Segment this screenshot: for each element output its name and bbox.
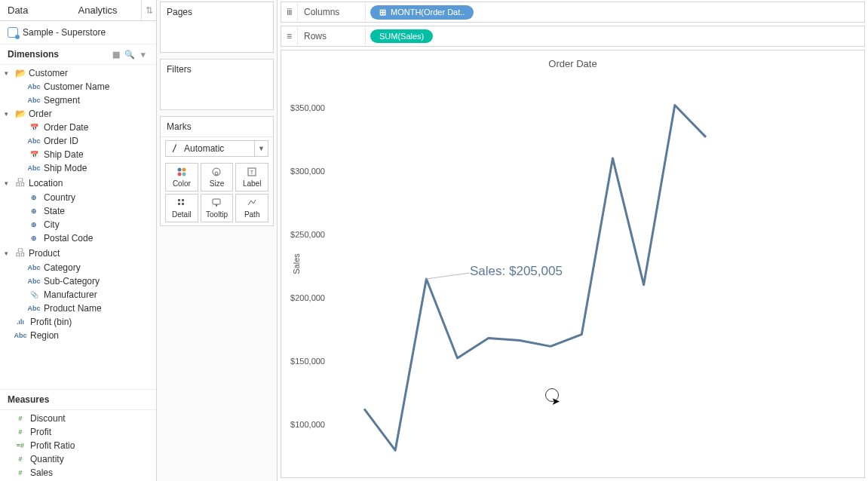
field-category[interactable]: AbcCategory [0,261,156,274]
number-icon: # [14,469,27,476]
marks-detail[interactable]: Detail [165,194,198,222]
field-quantity[interactable]: #Quantity [0,452,156,466]
pages-label: Pages [161,2,273,22]
folder-label: Customer [29,68,68,78]
field-manufacturer[interactable]: 📎Manufacturer [0,288,156,302]
folder-label: Location [29,178,63,188]
folder-location[interactable]: ▾品Location [0,175,156,191]
svg-rect-8 [178,199,180,201]
globe-icon: ⊕ [27,194,41,201]
cell-label: Detail [172,210,192,219]
tab-arrows-icon[interactable]: ⇅ [141,0,156,20]
svg-rect-11 [182,203,184,205]
filters-shelf[interactable]: Filters [160,59,274,110]
pages-shelf[interactable]: Pages [160,2,274,53]
field-segment[interactable]: AbcSegment [0,93,156,107]
field-product-name[interactable]: AbcProduct Name [0,302,156,315]
color-icon [176,167,187,177]
pill-sum-sales[interactable]: SUM(Sales) [370,29,433,43]
field-label: Quantity [30,454,64,464]
field-label: Product Name [44,303,102,314]
field-label: Profit (bin) [30,317,72,327]
date-icon: 📅 [27,124,41,131]
marks-color[interactable]: Color [165,163,198,191]
tab-data[interactable]: Data [0,0,71,20]
marks-size[interactable]: Size [201,163,234,191]
datasource-row[interactable]: Sample - Superstore [0,21,156,44]
svg-point-2 [177,173,181,176]
field-label: City [44,219,60,230]
number-icon: # [14,455,27,463]
columns-shelf[interactable]: ⅲ Columns ⊞MONTH(Order Dat.. [281,2,865,23]
cell-label: Path [244,210,260,219]
cards-pane: Pages Filters Marks 〳 Automatic ▼ Color … [157,0,278,481]
field-ship-date[interactable]: 📅Ship Date [0,148,156,161]
view-pane: ⅲ Columns ⊞MONTH(Order Dat.. ≡ Rows SUM(… [278,0,868,481]
rows-label: Rows [298,26,366,46]
field-discount[interactable]: #Discount [0,412,156,425]
svg-point-3 [182,173,186,176]
marks-label: Marks [161,117,273,137]
pill-month-order-date[interactable]: ⊞MONTH(Order Dat.. [370,5,474,20]
chart-area[interactable]: Order Date Sales $350,000 $300,000 $250,… [281,50,865,478]
field-postal-code[interactable]: ⊕Postal Code [0,231,156,245]
path-icon [247,198,257,208]
cell-label: Size [210,179,224,188]
svg-text:T: T [250,169,254,176]
field-label: State [44,206,65,216]
view-grid-icon[interactable]: ▦ [111,49,121,60]
field-label: Profit Ratio [30,440,75,451]
dimensions-header: Dimensions ▦ 🔍 ▾ [0,44,156,65]
field-country[interactable]: ⊕Country [0,191,156,204]
chevron-down-icon: ▼ [254,141,268,156]
abc-icon: Abc [27,97,41,104]
field-profit-ratio[interactable]: =#Profit Ratio [0,439,156,452]
abc-icon: Abc [27,137,41,145]
field-sub-category[interactable]: AbcSub-Category [0,274,156,288]
marks-path[interactable]: Path [235,194,268,222]
detail-icon [176,198,187,208]
field-profit-bin[interactable]: .ılıProfit (bin) [0,315,156,329]
folder-order[interactable]: ▾📂Order [0,107,156,121]
size-icon [211,167,222,177]
folder-product[interactable]: ▾品Product [0,245,156,261]
rows-shelf[interactable]: ≡ Rows SUM(Sales) [281,26,865,47]
cell-label: Tooltip [206,210,228,219]
field-label: Sales [30,467,53,478]
rows-icon: ≡ [281,26,298,46]
chart-annotation: Sales: $205,005 [470,264,563,279]
mark-type-dropdown[interactable]: 〳 Automatic ▼ [165,140,268,157]
folder-customer[interactable]: ▾📂Customer [0,66,156,80]
number-icon: =# [14,442,27,449]
menu-icon[interactable]: ▾ [138,49,149,60]
field-order-date[interactable]: 📅Order Date [0,121,156,134]
svg-rect-9 [182,199,184,201]
field-profit[interactable]: #Profit [0,425,156,439]
marks-tooltip[interactable]: Tooltip [201,194,234,222]
line-chart [281,51,864,477]
dimensions-label: Dimensions [8,49,59,60]
bin-icon: .ılı [14,318,27,326]
field-ship-mode[interactable]: AbcShip Mode [0,161,156,175]
field-customer-name[interactable]: AbcCustomer Name [0,80,156,93]
marks-label[interactable]: TLabel [235,163,268,191]
folder-label: Product [29,248,60,259]
field-label: Profit [30,427,51,437]
tab-analytics[interactable]: Analytics [71,0,142,20]
search-icon[interactable]: 🔍 [124,49,135,60]
field-label: Postal Code [44,233,93,244]
columns-icon: ⅲ [281,2,298,22]
field-city[interactable]: ⊕City [0,218,156,231]
measures-header: Measures [0,389,156,410]
field-sales[interactable]: #Sales [0,466,156,479]
field-label: Customer Name [44,81,109,92]
data-pane: Data Analytics ⇅ Sample - Superstore Dim… [0,0,157,481]
measures-tree: #Discount #Profit =#Profit Ratio #Quanti… [0,410,156,481]
datasource-icon [8,27,18,38]
field-state[interactable]: ⊕State [0,204,156,218]
field-region[interactable]: AbcRegion [0,329,156,342]
field-order-id[interactable]: AbcOrder ID [0,134,156,148]
pane-tabs: Data Analytics ⇅ [0,0,156,21]
field-label: Region [30,330,59,341]
globe-icon: ⊕ [27,221,41,228]
